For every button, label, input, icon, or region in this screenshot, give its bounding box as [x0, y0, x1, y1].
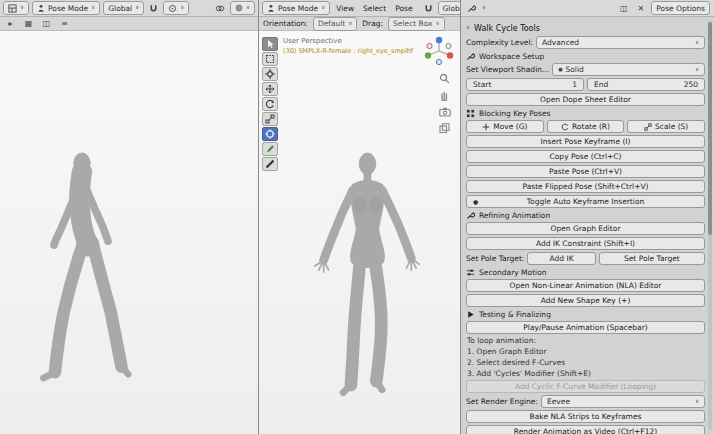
menu-lines-icon[interactable]: ≡: [58, 18, 71, 30]
chevron-down-icon: ∨: [321, 5, 325, 11]
chevron-down-icon: ∨: [180, 5, 184, 11]
tool-annotate-button[interactable]: [262, 142, 278, 156]
human-model-front-view[interactable]: [311, 149, 423, 427]
chevron-down-icon: ∨: [695, 399, 699, 405]
insert-pose-keyframe-button[interactable]: Insert Pose Keyframe (I): [466, 135, 705, 148]
sidebar-tab-pose-options[interactable]: Pose Options: [651, 1, 710, 15]
menu-view[interactable]: View: [333, 4, 357, 13]
tool-scale-button[interactable]: [262, 112, 278, 126]
play-pause-animation-button[interactable]: Play/Pause Animation (Spacebar): [466, 321, 705, 334]
set-pole-target-button[interactable]: Set Pole Target: [599, 252, 705, 265]
viewport-axis-gizmo[interactable]: [423, 35, 455, 67]
orientation-setting-dropdown[interactable]: Default ∨: [313, 17, 357, 31]
chevron-down-icon: ∨: [246, 5, 250, 11]
center-viewport-canvas[interactable]: User Perspective (30) SMPLX-R-female : r…: [259, 31, 460, 434]
move-button[interactable]: Move (G): [466, 120, 544, 133]
gizmo-z-axis[interactable]: [436, 37, 442, 43]
transform-orientation-dropdown[interactable]: Global ∨: [103, 1, 144, 15]
split-view-icon[interactable]: ◫: [40, 18, 53, 30]
complexity-label: Complexity Level:: [466, 38, 533, 47]
tool-move-button[interactable]: [262, 82, 278, 96]
toggle-autokey-button[interactable]: ● Toggle Auto Keyframe Insertion: [466, 195, 705, 208]
scrollbar-thumb[interactable]: [708, 22, 712, 235]
rotate-button-label: Rotate (R): [572, 122, 610, 131]
proportional-editing-icon: [168, 4, 177, 13]
cursor-arrow-icon: [265, 39, 275, 49]
panel-grid-icon[interactable]: ◫: [617, 2, 630, 14]
pan-hand-icon[interactable]: [439, 90, 450, 101]
complexity-dropdown[interactable]: Advanced ∨: [536, 36, 705, 49]
paste-flipped-pose-button[interactable]: Paste Flipped Pose (Shift+Ctrl+V): [466, 180, 705, 193]
mode-dropdown[interactable]: Pose Mode ∨: [32, 1, 100, 15]
tool-settings-icon[interactable]: [465, 2, 478, 14]
section-label: Testing & Finalizing: [479, 310, 551, 319]
menu-select[interactable]: Select: [360, 4, 389, 13]
close-icon[interactable]: ✕: [634, 2, 647, 14]
play-icon: [466, 310, 475, 319]
tool-transform-button[interactable]: [262, 127, 278, 141]
rotate-button[interactable]: Rotate (R): [547, 120, 625, 133]
section-label: Refining Animation: [479, 211, 550, 220]
copy-pose-button[interactable]: Copy Pose (Ctrl+C): [466, 150, 705, 163]
tool-3d-cursor-button[interactable]: [262, 67, 278, 81]
snap-magnet-icon[interactable]: [147, 2, 160, 14]
complexity-value: Advanced: [542, 38, 579, 47]
add-cyclic-modifier-button[interactable]: Add Cyclic F-Curve Modifier (Looping): [466, 380, 705, 393]
chevron-down-icon: ∨: [91, 5, 95, 11]
sidebar-scrollbar[interactable]: [708, 20, 712, 430]
panel-title-row[interactable]: ∨ Walk Cycle Tools: [466, 22, 705, 34]
center-viewport-header: Pose Mode ∨ View Select Pose Global ∨ ∨: [259, 0, 460, 17]
frame-start-field[interactable]: Start 1: [466, 78, 584, 91]
pose-mode-icon: [37, 4, 45, 13]
toggle-autokey-label: Toggle Auto Keyframe Insertion: [527, 197, 644, 206]
sliders-icon: [466, 268, 475, 277]
orientation-setting-label: Orientation:: [263, 19, 308, 28]
open-nla-editor-button[interactable]: Open Non-Linear Animation (NLA) Editor: [466, 279, 705, 292]
render-video-button[interactable]: Render Animation as Video (Ctrl+F12): [466, 425, 705, 434]
chevron-down-icon: ∨: [695, 67, 699, 73]
gizmo-y-axis[interactable]: [425, 52, 431, 58]
open-graph-editor-button[interactable]: Open Graph Editor: [466, 222, 705, 235]
drag-setting-dropdown[interactable]: Select Box ∨: [388, 17, 445, 31]
left-viewport-canvas[interactable]: [0, 31, 258, 434]
left-viewport-editor: ∨ Pose Mode ∨ Global ∨ ∨: [0, 0, 259, 434]
snap-magnet-icon[interactable]: [422, 2, 435, 14]
editor-type-dropdown[interactable]: ∨: [3, 1, 29, 15]
human-model-side-view[interactable]: [28, 143, 134, 401]
chevron-down-icon: ∨: [348, 21, 352, 27]
frame-end-field[interactable]: End 250: [587, 78, 705, 91]
menu-pose[interactable]: Pose: [392, 4, 415, 13]
paste-pose-button[interactable]: Paste Pose (Ctrl+V): [466, 165, 705, 178]
grid-display-icon[interactable]: ▦: [22, 18, 35, 30]
panel-title: Walk Cycle Tools: [474, 24, 540, 33]
tool-rotate-button[interactable]: [262, 97, 278, 111]
orthographic-toggle-icon[interactable]: [439, 123, 450, 134]
zoom-icon[interactable]: [439, 73, 450, 84]
move-icon: [482, 123, 490, 131]
tweak-tool-icon[interactable]: ▸: [4, 18, 17, 30]
tool-tweak-select-button[interactable]: [262, 37, 278, 51]
shading-mode-dropdown[interactable]: ∨: [230, 1, 255, 15]
add-shape-key-button[interactable]: Add New Shape Key (+): [466, 294, 705, 307]
mode-dropdown[interactable]: Pose Mode ∨: [262, 1, 330, 15]
proportional-editing-dropdown[interactable]: ∨: [163, 1, 189, 15]
gizmo-x-axis[interactable]: [447, 52, 453, 58]
open-dope-sheet-button[interactable]: Open Dope Sheet Editor: [466, 93, 705, 106]
frame-end-label: End: [594, 80, 608, 89]
scale-button[interactable]: Scale (S): [627, 120, 705, 133]
overlays-icon[interactable]: [214, 2, 227, 14]
camera-view-icon[interactable]: [439, 107, 451, 117]
tool-measure-button[interactable]: [262, 157, 278, 171]
section-blocking-key-poses: Blocking Key Poses: [466, 108, 705, 118]
viewport-shading-dropdown[interactable]: ● Solid ∨: [552, 63, 705, 76]
add-ik-button[interactable]: Add IK: [527, 252, 595, 265]
section-workspace-setup: Workspace Setup: [466, 51, 705, 61]
tool-select-box-button[interactable]: [262, 52, 278, 66]
loop-help-step1: 1. Open Graph Editor: [466, 347, 705, 356]
bake-nla-button[interactable]: Bake NLA Strips to Keyframes: [466, 410, 705, 423]
add-ik-constraint-button[interactable]: Add IK Constraint (Shift+I): [466, 237, 705, 250]
render-engine-dropdown[interactable]: Eevee ∨: [541, 395, 705, 408]
orientation-label: Global: [108, 4, 132, 13]
frame-end-value: 250: [684, 80, 698, 89]
key-poses-grid-icon: [466, 109, 475, 118]
